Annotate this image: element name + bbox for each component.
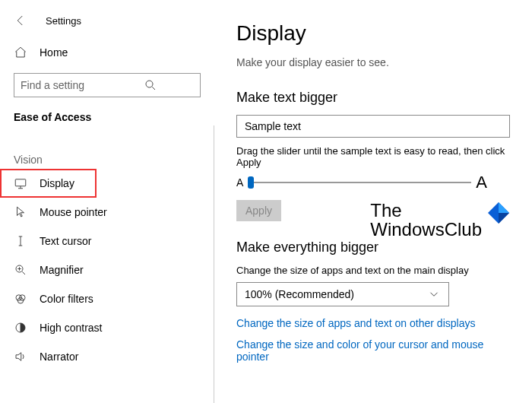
nav-label: Text cursor bbox=[40, 235, 91, 247]
scale-dropdown[interactable]: 100% (Recommended) bbox=[236, 282, 449, 306]
section-label: Ease of Access bbox=[0, 108, 214, 132]
high-contrast-icon bbox=[14, 321, 27, 335]
home-label: Home bbox=[40, 46, 68, 59]
section-make-everything-bigger: Make everything bigger bbox=[236, 240, 517, 255]
watermark-text: TheWindowsClub bbox=[370, 201, 482, 239]
watermark-logo-icon bbox=[486, 201, 511, 225]
search-icon bbox=[107, 78, 194, 92]
window-title: Settings bbox=[46, 15, 81, 27]
watermark: TheWindowsClub bbox=[370, 201, 511, 239]
svg-marker-9 bbox=[499, 213, 509, 224]
sample-text-box: Sample text bbox=[236, 115, 510, 138]
narrator-icon bbox=[14, 350, 27, 363]
sidebar-item-high-contrast[interactable]: High contrast bbox=[0, 313, 214, 342]
home-icon bbox=[14, 46, 27, 59]
everything-bigger-desc: Change the size of apps and text on the … bbox=[236, 265, 517, 276]
nav-label: Color filters bbox=[40, 293, 93, 305]
text-cursor-icon bbox=[14, 234, 27, 248]
link-other-displays[interactable]: Change the size of apps and text on othe… bbox=[236, 317, 517, 329]
divider bbox=[214, 125, 214, 403]
scale-big-a: A bbox=[476, 173, 487, 192]
group-label: Vision bbox=[0, 132, 214, 169]
chevron-down-icon bbox=[427, 287, 441, 301]
color-filters-icon bbox=[14, 292, 27, 306]
dropdown-value: 100% (Recommended) bbox=[245, 288, 354, 300]
sidebar-home[interactable]: Home bbox=[0, 38, 214, 67]
page-title: Display bbox=[236, 21, 517, 46]
main-content: Display Make your display easier to see.… bbox=[215, 0, 532, 403]
arrow-left-icon bbox=[14, 14, 27, 27]
search-input[interactable]: Find a setting bbox=[14, 73, 201, 97]
svg-marker-8 bbox=[499, 202, 509, 213]
slider-track[interactable] bbox=[248, 182, 471, 183]
monitor-icon bbox=[14, 176, 27, 190]
apply-button[interactable]: Apply bbox=[236, 200, 281, 221]
sidebar-item-display[interactable]: Display bbox=[0, 169, 97, 198]
nav-label: Narrator bbox=[40, 351, 78, 363]
sidebar-item-text-cursor[interactable]: Text cursor bbox=[0, 227, 214, 255]
text-size-slider[interactable]: A A bbox=[236, 173, 487, 192]
magnifier-icon bbox=[14, 263, 27, 277]
back-button[interactable] bbox=[14, 14, 27, 27]
sidebar: Settings Home Find a setting Ease of Acc… bbox=[0, 0, 215, 403]
section-make-text-bigger: Make text bigger bbox=[236, 90, 517, 106]
cursor-icon bbox=[14, 205, 27, 219]
svg-marker-7 bbox=[488, 202, 509, 224]
nav-label: Mouse pointer bbox=[40, 206, 107, 218]
scale-small-a: A bbox=[236, 176, 243, 189]
nav-label: High contrast bbox=[40, 322, 102, 334]
sidebar-item-magnifier[interactable]: Magnifier bbox=[0, 255, 214, 284]
search-placeholder: Find a setting bbox=[21, 79, 107, 91]
nav-label: Magnifier bbox=[40, 264, 84, 276]
sidebar-item-narrator[interactable]: Narrator bbox=[0, 342, 214, 371]
link-cursor-pointer[interactable]: Change the size and color of your cursor… bbox=[236, 338, 517, 363]
svg-point-0 bbox=[146, 81, 153, 87]
nav-label: Display bbox=[40, 177, 74, 189]
page-subtitle: Make your display easier to see. bbox=[236, 56, 517, 68]
slider-thumb[interactable] bbox=[248, 176, 254, 189]
sidebar-item-mouse-pointer[interactable]: Mouse pointer bbox=[0, 198, 214, 227]
sidebar-item-color-filters[interactable]: Color filters bbox=[0, 284, 214, 313]
svg-rect-1 bbox=[15, 179, 26, 186]
slider-instruction: Drag the slider until the sample text is… bbox=[236, 145, 517, 168]
